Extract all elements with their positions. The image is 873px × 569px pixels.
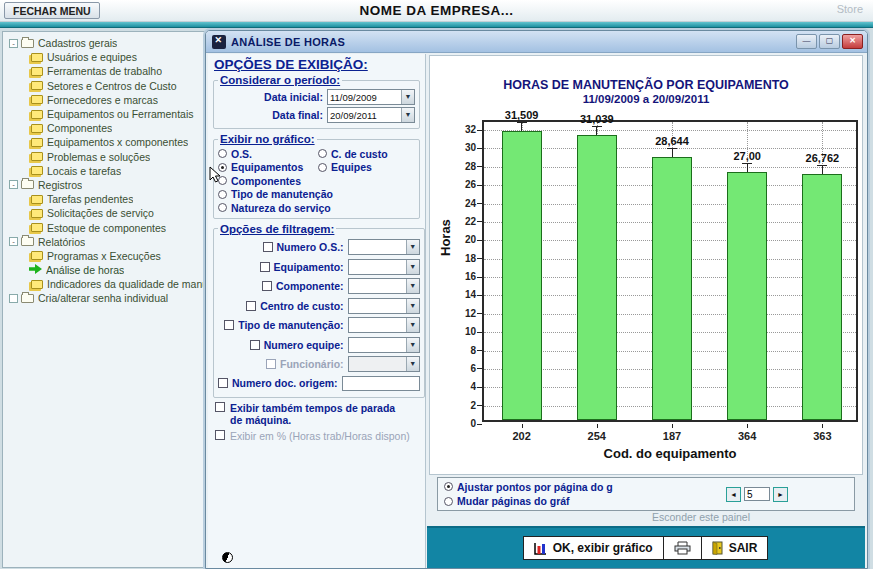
sidebar-item-cadastros-gerais[interactable]: -Cadastros gerais xyxy=(3,36,204,50)
chevron-down-icon[interactable]: ▼ xyxy=(406,240,419,254)
filter-dropdown[interactable]: ▼ xyxy=(348,239,420,255)
doc-origin-input[interactable] xyxy=(342,376,420,391)
chevron-down-icon[interactable]: ▼ xyxy=(406,318,419,332)
chevron-down-icon[interactable]: ▼ xyxy=(406,357,419,371)
filter-dropdown[interactable]: ▼ xyxy=(348,298,420,314)
maximize-icon[interactable]: ▢ xyxy=(819,34,840,49)
change-pages-radio[interactable] xyxy=(444,497,453,506)
documents-icon xyxy=(31,95,43,104)
sidebar-item-tarefas-pendentes[interactable]: Tarefas pendentes xyxy=(3,192,204,206)
radio-equipes[interactable]: Equipes xyxy=(318,161,415,175)
checkbox-icon[interactable] xyxy=(266,359,276,369)
sidebar-item-usua-rios-e-equipes[interactable]: Usuários e equipes xyxy=(3,50,204,64)
filter-dropdown[interactable]: ▼ xyxy=(348,278,420,294)
y-tick-label: 16 xyxy=(452,271,476,282)
company-title: NOME DA EMPRESA... xyxy=(0,3,873,18)
x-tick-label: 202 xyxy=(492,430,552,442)
doc-origin-checkbox[interactable] xyxy=(218,378,228,388)
points-per-page-input[interactable] xyxy=(744,487,770,501)
spin-left-icon[interactable]: ◄ xyxy=(726,487,741,502)
minimize-icon[interactable]: — xyxy=(796,34,817,49)
radio-tipo-de-manutenc-a-o[interactable]: Tipo de manutenção xyxy=(218,188,415,202)
radio-componentes[interactable]: Componentes xyxy=(218,174,415,188)
bar-value-label: 31,039 xyxy=(567,113,627,125)
hide-panel-label[interactable]: Esconder este painel xyxy=(427,511,865,526)
documents-icon xyxy=(31,67,43,76)
radio-natureza-do-servic-o[interactable]: Natureza do serviço xyxy=(218,201,415,215)
x-tick xyxy=(747,424,748,428)
sidebar-item-solicitac-o-es-de-servic-o[interactable]: Solicitações de serviço xyxy=(3,206,204,220)
bar-364[interactable] xyxy=(727,172,767,420)
sidebar-item-componentes[interactable]: Componentes xyxy=(3,121,204,135)
footer-bar: OK, exibir gráfico SAIR xyxy=(427,526,865,568)
print-button[interactable] xyxy=(663,536,702,560)
documents-icon xyxy=(31,138,43,147)
expander-minus-icon[interactable]: - xyxy=(9,180,18,189)
chevron-down-icon[interactable]: ▼ xyxy=(401,90,414,104)
filter-dropdown[interactable]: ▼ xyxy=(348,317,420,333)
sidebar-item-registros[interactable]: -Registros xyxy=(3,178,204,192)
chevron-down-icon[interactable]: ▼ xyxy=(406,260,419,274)
sidebar-item-equipamentos-x-componentes[interactable]: Equipamentos x componentes xyxy=(3,135,204,149)
end-date-dropdown[interactable]: 20/09/2011 ▼ xyxy=(327,107,415,123)
radio-icon[interactable] xyxy=(318,149,327,158)
filter-dropdown[interactable]: ▼ xyxy=(348,356,420,372)
spin-right-icon[interactable]: ► xyxy=(773,487,788,502)
sidebar-item-relato-rios[interactable]: -Relatórios xyxy=(3,235,204,249)
radio-o-s[interactable]: O.S. xyxy=(218,147,316,161)
start-date-dropdown[interactable]: 11/09/2009 ▼ xyxy=(327,89,415,105)
bar-254[interactable] xyxy=(577,135,617,420)
radio-icon[interactable] xyxy=(218,203,227,212)
chevron-down-icon[interactable]: ▼ xyxy=(406,279,419,293)
radio-equipamentos[interactable]: Equipamentos xyxy=(218,161,316,175)
radio-c-de-custo[interactable]: C. de custo xyxy=(318,147,415,161)
bar-363[interactable] xyxy=(802,174,842,420)
period-legend: Considerar o período: xyxy=(218,74,342,86)
checkbox-icon[interactable] xyxy=(262,281,272,291)
y-tick xyxy=(477,185,482,186)
documents-icon xyxy=(31,81,43,90)
expander-box-icon[interactable] xyxy=(9,294,18,303)
sidebar-item-setores-e-centros-de-custo[interactable]: Setores e Centros de Custo xyxy=(3,79,204,93)
checkbox-icon[interactable] xyxy=(246,301,256,311)
checkbox-icon[interactable] xyxy=(224,320,234,330)
checkbox-icon[interactable] xyxy=(263,242,273,252)
bar-187[interactable] xyxy=(652,157,692,420)
radio-icon[interactable] xyxy=(318,163,327,172)
window-titlebar[interactable]: ANÁLISE DE HORAS — ▢ ✕ xyxy=(206,31,867,53)
sidebar-item-ferramentas-de-trabalho[interactable]: Ferramentas de trabalho xyxy=(3,64,204,78)
checkbox-icon[interactable] xyxy=(250,340,260,350)
filter-dropdown[interactable]: ▼ xyxy=(348,337,420,353)
radio-icon[interactable] xyxy=(218,149,227,158)
y-tick xyxy=(477,368,482,369)
documents-icon xyxy=(31,110,43,119)
change-pages-label: Mudar páginas do gráf xyxy=(457,495,570,507)
filter-dropdown[interactable]: ▼ xyxy=(348,259,420,275)
stop-time-checkbox[interactable] xyxy=(215,402,225,412)
adjust-points-radio[interactable] xyxy=(444,482,453,491)
sidebar-item-programas-x-execuc-o-es[interactable]: Programas x Execuções xyxy=(3,249,204,263)
sidebar-item-cria-alterar-senha-individual[interactable]: Cria/alterar senha individual xyxy=(3,291,204,305)
chevron-down-icon[interactable]: ▼ xyxy=(406,338,419,352)
sidebar-item-problemas-e-soluc-o-es[interactable]: Problemas e soluções xyxy=(3,150,204,164)
expander-minus-icon[interactable]: - xyxy=(9,39,18,48)
radio-icon[interactable] xyxy=(218,190,227,199)
ok-show-chart-button[interactable]: OK, exibir gráfico xyxy=(523,536,664,560)
chevron-down-icon[interactable]: ▼ xyxy=(401,108,414,122)
sidebar-item-equipamentos-ou-ferramentais[interactable]: Equipamentos ou Ferramentais xyxy=(3,107,204,121)
sidebar-item-locais-e-tarefas[interactable]: Locais e tarefas xyxy=(3,164,204,178)
chevron-down-icon[interactable]: ▼ xyxy=(406,299,419,313)
filtering-legend: Opções de filtragem: xyxy=(218,223,336,235)
percent-checkbox[interactable] xyxy=(215,430,225,440)
sidebar-item-ana-lise-de-horas[interactable]: Análise de horas xyxy=(3,263,204,277)
checkbox-icon[interactable] xyxy=(260,262,270,272)
sidebar-item-fornecedores-e-marcas[interactable]: Fornecedores e marcas xyxy=(3,93,204,107)
bar-202[interactable] xyxy=(502,131,542,420)
sidebar-item-estoque-de-componentes[interactable]: Estoque de componentes xyxy=(3,220,204,234)
documents-icon xyxy=(31,124,43,133)
sidebar-item-indicadores-da-qualidade-de-manut[interactable]: Indicadores da qualidade de manut xyxy=(3,277,204,291)
expander-minus-icon[interactable]: - xyxy=(9,237,18,246)
exit-button[interactable]: SAIR xyxy=(701,536,769,560)
chart-subtitle: 11/09/2009 a 20/09/2011 xyxy=(430,93,862,105)
close-icon[interactable]: ✕ xyxy=(842,34,863,49)
